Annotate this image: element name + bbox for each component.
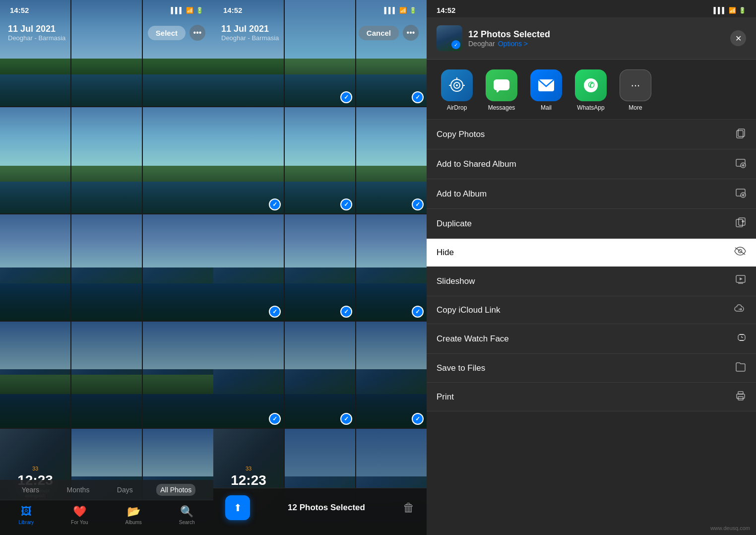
for-you-tab-label: For You xyxy=(71,520,88,525)
filter-all-photos[interactable]: All Photos xyxy=(156,484,195,496)
photo-grid-1: 33 12:23 Don't let doubt extinguish xyxy=(0,0,213,535)
check-badge xyxy=(340,199,352,210)
tab-search[interactable]: 🔍 Search xyxy=(179,505,195,525)
status-time-1: 14:52 xyxy=(10,6,29,14)
add-shared-album-icon xyxy=(735,157,746,171)
action-hide[interactable]: Hide xyxy=(427,239,756,267)
watermark: www.deusq.com xyxy=(710,525,750,531)
more-button-1[interactable]: ••• xyxy=(189,25,205,41)
photo-cell[interactable] xyxy=(143,214,213,321)
svg-point-2 xyxy=(456,84,458,86)
cancel-button[interactable]: Cancel xyxy=(359,26,399,40)
date-label-1: 11 Jul 2021 xyxy=(8,24,65,34)
photo-cell[interactable] xyxy=(0,214,70,321)
tab-albums[interactable]: 📂 Albums xyxy=(125,505,141,525)
create-watch-face-icon xyxy=(737,332,746,345)
photo-cell[interactable] xyxy=(143,107,213,213)
action-print[interactable]: Print xyxy=(427,383,756,411)
check-badge xyxy=(412,91,424,103)
albums-tab-label: Albums xyxy=(125,520,141,525)
more-apps-icon-item[interactable]: ··· More xyxy=(613,69,658,111)
whatsapp-label: WhatsApp xyxy=(577,104,604,111)
filter-months[interactable]: Months xyxy=(63,484,93,496)
tab-library[interactable]: 🖼 Library xyxy=(18,505,34,525)
share-signal-icon: ▌▌▌ xyxy=(713,7,726,14)
share-sheet-panel: 14:52 ▌▌▌ 📶 🔋 ✓ 12 Photos Selected Deogh… xyxy=(427,0,756,535)
wifi-icon-2: 📶 xyxy=(399,7,407,14)
photo-cell[interactable] xyxy=(285,107,355,213)
filter-years[interactable]: Years xyxy=(18,484,43,496)
airdrop-icon-item[interactable]: AirDrop xyxy=(435,69,479,111)
action-save-to-files[interactable]: Save to Files xyxy=(427,354,756,383)
photo-cell[interactable] xyxy=(71,107,142,213)
share-photos-count: 12 Photos Selected xyxy=(468,29,550,40)
share-location: Deoghar xyxy=(468,40,495,48)
messages-icon xyxy=(486,69,517,101)
share-options-link[interactable]: Options > xyxy=(498,40,528,48)
panel-header-2: 11 Jul 2021 Deoghar - Barmasia Cancel ••… xyxy=(213,20,427,46)
add-album-icon xyxy=(735,187,746,201)
share-wifi-icon: 📶 xyxy=(729,7,736,14)
svg-rect-40 xyxy=(738,392,743,394)
share-button[interactable]: ⬆ xyxy=(225,495,250,520)
signal-icon: ▌▌▌ xyxy=(171,7,184,14)
trash-button[interactable]: 🗑 xyxy=(403,501,415,515)
location-label-2: Deoghar - Barmasia xyxy=(221,34,279,42)
photo-cell[interactable] xyxy=(356,322,427,428)
action-slideshow[interactable]: Slideshow xyxy=(427,267,756,296)
selection-count: 12 Photos Selected xyxy=(288,503,365,513)
share-battery-icon: 🔋 xyxy=(739,7,746,14)
check-badge xyxy=(269,199,281,210)
select-button[interactable]: Select xyxy=(148,26,186,40)
photo-cell[interactable] xyxy=(71,322,142,428)
photo-cell[interactable] xyxy=(356,107,427,213)
photo-cell[interactable] xyxy=(213,214,284,321)
duplicate-label: Duplicate xyxy=(437,219,472,229)
messages-icon-item[interactable]: Messages xyxy=(479,69,524,111)
more-apps-icon: ··· xyxy=(620,69,651,101)
battery-icon-2: 🔋 xyxy=(409,7,417,14)
hide-label: Hide xyxy=(437,248,454,258)
add-shared-album-label: Add to Shared Album xyxy=(437,159,516,169)
mail-icon xyxy=(530,69,562,101)
share-status-bar: 14:52 ▌▌▌ 📶 🔋 xyxy=(427,0,756,17)
more-button-2[interactable]: ••• xyxy=(403,25,419,41)
save-to-files-icon xyxy=(735,362,746,374)
svg-text:✆: ✆ xyxy=(588,81,595,89)
photo-cell[interactable] xyxy=(213,322,284,428)
duplicate-icon xyxy=(735,217,746,230)
check-badge xyxy=(340,413,352,425)
action-copy-icloud-link[interactable]: Copy iCloud Link xyxy=(427,296,756,324)
location-label-1: Deoghar - Barmasia xyxy=(8,34,65,42)
svg-marker-28 xyxy=(740,277,743,280)
header-row-1: 11 Jul 2021 Deoghar - Barmasia Select ••… xyxy=(8,20,205,46)
share-close-button[interactable]: ✕ xyxy=(730,30,746,46)
share-title-info: 12 Photos Selected Deoghar Options > xyxy=(468,29,550,48)
mail-icon-item[interactable]: Mail xyxy=(524,69,568,111)
share-status-icons: ▌▌▌ 📶 🔋 xyxy=(713,7,746,14)
photo-cell[interactable] xyxy=(143,322,213,428)
share-thumb-checkmark: ✓ xyxy=(451,40,460,49)
filter-days[interactable]: Days xyxy=(113,484,137,496)
save-to-files-label: Save to Files xyxy=(437,363,485,373)
action-create-watch-face[interactable]: Create Watch Face xyxy=(427,324,756,354)
photo-cell[interactable] xyxy=(213,107,284,213)
photo-cell[interactable] xyxy=(356,214,427,321)
tab-for-you[interactable]: ❤️ For You xyxy=(71,505,88,525)
app-icons-row: AirDrop Messages Mail ✆ WhatsApp ··· Mor… xyxy=(427,60,756,120)
action-add-album[interactable]: Add to Album xyxy=(427,179,756,209)
photo-cell[interactable] xyxy=(0,107,70,213)
status-icons-2: ▌▌▌ 📶 🔋 xyxy=(384,7,417,14)
photo-cell[interactable] xyxy=(0,322,70,428)
photo-cell[interactable] xyxy=(285,322,355,428)
check-badge xyxy=(412,199,424,210)
check-badge xyxy=(269,413,281,425)
photo-cell[interactable] xyxy=(71,214,142,321)
check-badge xyxy=(412,413,424,425)
photo-cell[interactable] xyxy=(285,214,355,321)
action-duplicate[interactable]: Duplicate xyxy=(427,209,756,239)
action-copy-photos[interactable]: Copy Photos xyxy=(427,120,756,149)
whatsapp-icon-item[interactable]: ✆ WhatsApp xyxy=(568,69,613,111)
filter-row: Years Months Days All Photos xyxy=(0,480,213,500)
action-add-shared-album[interactable]: Add to Shared Album xyxy=(427,149,756,179)
